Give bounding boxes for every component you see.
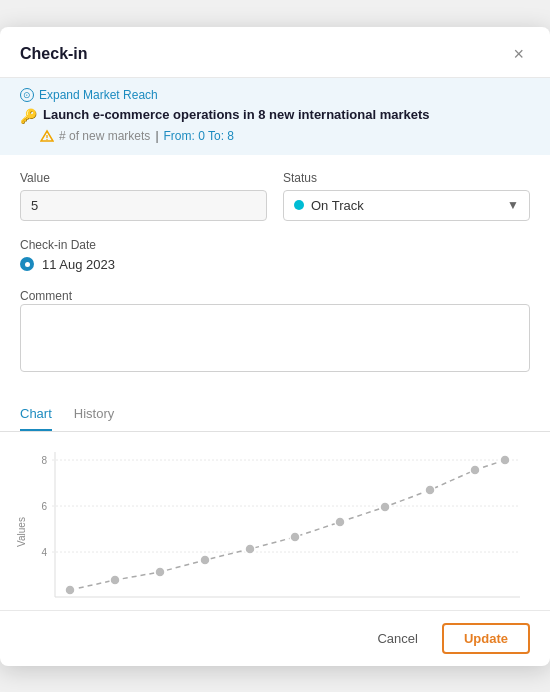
value-group: Value	[20, 171, 267, 221]
status-label: Status	[283, 171, 530, 185]
form-section: Value Status On Track ▼ Check-in Date 11…	[0, 155, 550, 394]
value-status-row: Value Status On Track ▼	[20, 171, 530, 221]
context-metric: # of new markets | From: 0 To: 8	[20, 129, 530, 143]
status-dot	[294, 200, 304, 210]
target-icon: ⊙	[20, 88, 34, 102]
objective-text: Launch e-commerce operations in 8 new in…	[43, 107, 430, 122]
data-point	[470, 465, 480, 475]
chevron-down-icon: ▼	[507, 198, 519, 212]
svg-text:4: 4	[41, 547, 47, 558]
data-point	[110, 575, 120, 585]
chart-svg: Values 8 6 4	[10, 442, 530, 610]
svg-point-2	[46, 138, 47, 139]
value-label: Value	[20, 171, 267, 185]
date-radio-icon	[20, 257, 34, 271]
trend-line	[70, 460, 505, 590]
y-axis-label: Values	[16, 517, 27, 547]
key-icon: 🔑	[20, 108, 37, 124]
context-parent: ⊙ Expand Market Reach	[20, 88, 530, 102]
checkin-modal: Check-in × ⊙ Expand Market Reach 🔑 Launc…	[0, 27, 550, 666]
svg-text:6: 6	[41, 501, 47, 512]
data-point	[65, 585, 75, 595]
data-point	[245, 544, 255, 554]
comment-group: Comment	[20, 286, 530, 376]
value-input[interactable]	[20, 190, 267, 221]
checkin-date-label: Check-in Date	[20, 238, 96, 252]
data-point	[425, 485, 435, 495]
metric-separator: |	[155, 129, 158, 143]
status-select[interactable]: On Track ▼	[283, 190, 530, 221]
context-banner: ⊙ Expand Market Reach 🔑 Launch e-commerc…	[0, 78, 550, 155]
tab-chart[interactable]: Chart	[20, 398, 52, 431]
update-button[interactable]: Update	[442, 623, 530, 654]
status-group: Status On Track ▼	[283, 171, 530, 221]
warning-icon	[40, 129, 54, 143]
data-point	[155, 567, 165, 577]
metric-label: # of new markets	[59, 129, 150, 143]
parent-label: Expand Market Reach	[39, 88, 158, 102]
tab-history[interactable]: History	[74, 398, 114, 431]
comment-textarea[interactable]	[20, 304, 530, 372]
data-point	[380, 502, 390, 512]
data-point	[200, 555, 210, 565]
cancel-button[interactable]: Cancel	[363, 624, 431, 653]
data-point	[290, 532, 300, 542]
tabs-row: Chart History	[0, 398, 550, 432]
date-text: 11 Aug 2023	[42, 257, 115, 272]
comment-label: Comment	[20, 289, 72, 303]
chart-area: Values 8 6 4	[0, 432, 550, 610]
date-value: 11 Aug 2023	[20, 257, 530, 272]
context-objective: 🔑 Launch e-commerce operations in 8 new …	[20, 107, 530, 124]
modal-header: Check-in ×	[0, 27, 550, 78]
status-text: On Track	[311, 198, 503, 213]
metric-range: From: 0 To: 8	[164, 129, 234, 143]
data-point	[335, 517, 345, 527]
data-point	[500, 455, 510, 465]
modal-footer: Cancel Update	[0, 610, 550, 666]
svg-text:8: 8	[41, 455, 47, 466]
checkin-date-group: Check-in Date 11 Aug 2023	[20, 235, 530, 272]
modal-title: Check-in	[20, 45, 88, 63]
close-button[interactable]: ×	[507, 43, 530, 65]
